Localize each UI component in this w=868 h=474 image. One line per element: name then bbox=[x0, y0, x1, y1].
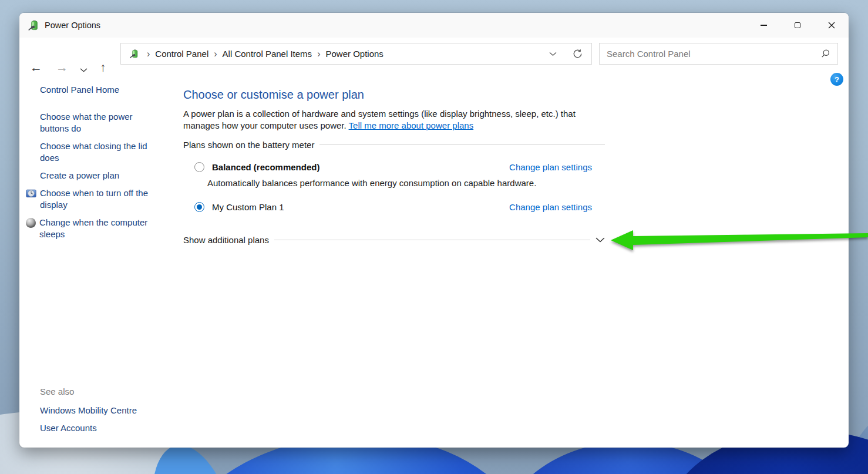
breadcrumb-separator: › bbox=[147, 49, 150, 59]
sidebar-item-user-accounts[interactable]: User Accounts bbox=[40, 422, 160, 434]
power-options-battery-icon bbox=[28, 19, 39, 31]
breadcrumb-separator: › bbox=[214, 49, 217, 59]
search-input[interactable] bbox=[607, 49, 820, 59]
sidebar-item-windows-mobility-centre[interactable]: Windows Mobility Centre bbox=[40, 405, 160, 416]
search-box[interactable] bbox=[599, 43, 838, 65]
balanced-radio[interactable] bbox=[194, 162, 204, 172]
minimize-button[interactable] bbox=[746, 13, 780, 38]
section-divider bbox=[319, 144, 605, 145]
recent-pages-dropdown[interactable] bbox=[80, 62, 88, 75]
minimize-icon bbox=[761, 25, 767, 25]
help-button[interactable]: ? bbox=[830, 73, 843, 86]
breadcrumb-all-control-panel-items[interactable]: All Control Panel Items bbox=[223, 49, 312, 59]
title-bar[interactable]: Power Options bbox=[19, 13, 849, 38]
back-button[interactable]: ← bbox=[30, 61, 42, 73]
show-additional-plans-label: Show additional plans bbox=[183, 235, 269, 245]
expand-chevron-icon[interactable] bbox=[596, 237, 605, 243]
plan-description: Automatically balances performance with … bbox=[207, 178, 536, 188]
close-button[interactable] bbox=[815, 13, 849, 38]
plan-row-balanced: Balanced (recommended) Change plan setti… bbox=[194, 162, 592, 172]
address-bar[interactable]: › Control Panel › All Control Panel Item… bbox=[120, 43, 592, 65]
sidebar-item-label: Change when the computer sleeps bbox=[39, 217, 157, 240]
see-also-header: See also bbox=[40, 386, 74, 396]
plan-row-my-custom-plan: My Custom Plan 1 Change plan settings bbox=[194, 202, 592, 212]
sleep-orb-icon bbox=[26, 218, 36, 228]
breadcrumb-power-options[interactable]: Power Options bbox=[325, 49, 383, 59]
change-plan-settings-link-custom[interactable]: Change plan settings bbox=[509, 202, 592, 212]
maximize-icon bbox=[795, 22, 800, 28]
section-label: Plans shown on the battery meter bbox=[183, 140, 314, 150]
plans-section-header: Plans shown on the battery meter bbox=[183, 140, 605, 150]
window-title: Power Options bbox=[45, 21, 100, 30]
navigation-bar: ← → ↑ › Control Panel › bbox=[19, 38, 849, 69]
sidebar-item-computer-sleeps[interactable]: Change when the computer sleeps bbox=[26, 217, 161, 240]
my-custom-plan-radio[interactable] bbox=[194, 202, 204, 212]
breadcrumb-separator: › bbox=[317, 49, 320, 59]
refresh-icon[interactable] bbox=[572, 48, 583, 59]
close-icon bbox=[828, 22, 835, 29]
address-dropdown-chevron-icon[interactable] bbox=[549, 52, 557, 56]
sidebar-item-power-buttons[interactable]: Choose what the power buttons do bbox=[40, 111, 160, 135]
forward-button[interactable]: → bbox=[56, 61, 68, 73]
page-title: Choose or customise a power plan bbox=[183, 88, 364, 102]
sidebar-item-control-panel-home[interactable]: Control Panel Home bbox=[40, 84, 160, 96]
breadcrumb-control-panel[interactable]: Control Panel bbox=[155, 49, 208, 59]
sidebar-item-label: Choose when to turn off the display bbox=[40, 187, 157, 211]
show-additional-divider bbox=[274, 240, 590, 240]
search-icon[interactable] bbox=[820, 49, 830, 59]
maximize-button[interactable] bbox=[780, 13, 815, 38]
chevron-down-icon bbox=[80, 68, 88, 73]
plan-name[interactable]: Balanced (recommended) bbox=[212, 162, 319, 172]
power-options-window: Power Options ← → ↑ bbox=[19, 13, 849, 448]
up-button[interactable]: ↑ bbox=[100, 61, 106, 73]
plan-name[interactable]: My Custom Plan 1 bbox=[212, 202, 284, 212]
show-additional-plans[interactable]: Show additional plans bbox=[183, 235, 605, 245]
power-options-battery-icon bbox=[129, 49, 139, 59]
change-plan-settings-link-balanced[interactable]: Change plan settings bbox=[509, 162, 592, 172]
sidebar-item-turn-off-display[interactable]: Choose when to turn off the display bbox=[26, 187, 161, 211]
intro-paragraph: A power plan is a collection of hardware… bbox=[183, 108, 580, 132]
tell-me-more-link[interactable]: Tell me more about power plans bbox=[349, 120, 474, 130]
display-clock-icon bbox=[26, 188, 36, 199]
sidebar-item-create-power-plan[interactable]: Create a power plan bbox=[40, 170, 160, 181]
sidebar-item-closing-lid[interactable]: Choose what closing the lid does bbox=[40, 140, 160, 164]
